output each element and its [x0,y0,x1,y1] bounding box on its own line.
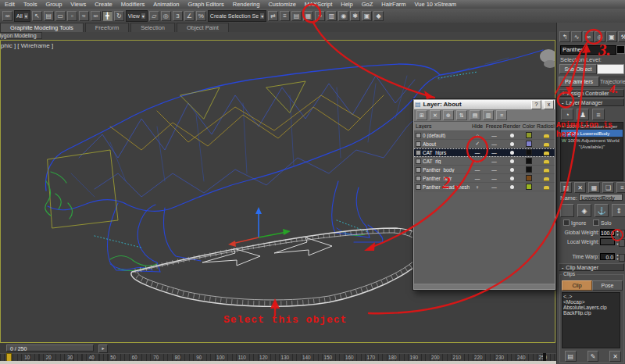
clip-button[interactable]: Clip [562,280,592,291]
color-swatch[interactable] [521,158,538,165]
layer-name-field[interactable]: LoweredBody [579,194,623,201]
menu-item[interactable]: MAXScript [305,1,332,8]
pose-button[interactable]: Pose [592,280,623,291]
anchor-button[interactable]: ⚓ [595,204,609,217]
render-toggle[interactable] [503,176,521,181]
time-slider-handle[interactable]: 0 / 250 [6,344,94,352]
selection-filter-combo[interactable]: All▾ [14,10,30,22]
radiosity-icon[interactable] [537,176,555,181]
collapse-icon[interactable]: ≡ [496,110,507,120]
select-and-link-icon[interactable]: ∞▾ [2,11,12,21]
layer-list-icon[interactable]: ≡ [592,109,605,120]
modify-tab-icon[interactable]: ∿ [571,31,582,42]
rollout-assign-controller[interactable]: +Assign Controller [559,89,624,97]
color-swatch[interactable] [521,184,538,191]
layer-manager-icon[interactable]: ▤▾ [291,11,302,21]
menu-item[interactable]: Edit [5,1,15,8]
display-tab-icon[interactable]: ▣ [606,31,617,42]
menu-item[interactable]: Tools [23,1,38,8]
color-swatch[interactable] [521,149,538,156]
radiosity-icon[interactable] [537,184,555,190]
menu-item[interactable]: Views [70,1,86,8]
absolute-layer-icon[interactable]: ♟ [577,109,589,120]
keyframe-button[interactable]: ◈ [577,204,591,217]
menu-item[interactable]: Animation [153,1,179,8]
table-row[interactable]: CAT_hlprs — — [413,148,555,157]
rendered-frame-icon[interactable]: ▣▾ [362,11,372,21]
menu-item[interactable]: Group [45,1,62,8]
col-hide[interactable]: Hide [470,123,485,129]
table-row[interactable]: Panther_head_mesh ♀ — [413,183,555,191]
hide-freeze-icon[interactable]: ▥ [483,110,494,120]
subobject-button[interactable]: Sub-Object [559,64,597,74]
table-row[interactable]: 0 (default) ○ — [413,131,555,140]
hide-toggle[interactable]: — [470,159,485,164]
list-item[interactable]: L 100% LoweredBody [561,130,623,137]
move-updown-button[interactable]: ⇕ [612,204,625,217]
freeze-toggle[interactable]: — [485,150,503,155]
hierarchy-tab-icon[interactable]: ∞ [583,31,594,42]
render-toggle[interactable] [503,141,521,147]
col-color[interactable]: Color [520,123,537,129]
delete-layer-icon[interactable]: ✕ [574,182,586,193]
hide-toggle[interactable]: ♀ [470,184,485,190]
layer-dialog-titlebar[interactable]: ▤ Layer: About ? x [413,99,555,109]
help-button[interactable]: ? [531,100,541,109]
clip-list[interactable]: <..><Mocap>AbsoluteLayers.clpBackFlip.cl… [562,292,620,348]
motion-tab-icon[interactable]: ◎ [595,31,605,42]
add-selection-to-layer-icon[interactable]: ⊕ [443,110,454,120]
menu-item[interactable]: Graph Editors [188,1,224,8]
copy-layer-icon[interactable]: ▦ [588,182,600,193]
hide-toggle[interactable]: ✓ [470,141,485,147]
delete-layer-icon[interactable]: ✕ [430,110,441,120]
col-radiosity[interactable]: Radiosity [537,123,555,129]
tab-trajectories[interactable]: Trajectories [599,77,625,87]
select-and-scale-icon[interactable]: ▱▾ [149,11,159,21]
select-layer-objects-icon[interactable]: ⇅ [456,110,467,120]
col-render[interactable]: Render [503,123,521,129]
clip-list-item[interactable]: BackFlip.clp [563,310,619,316]
render-production-icon[interactable]: ◆▾ [373,11,384,21]
subobject-level-box[interactable] [597,64,624,74]
next-frame-button[interactable]: ▸ [98,344,108,353]
radiosity-icon[interactable] [537,133,555,138]
ribbon-tab[interactable]: Graphite Modeling Tools [0,23,84,32]
list-item[interactable]: × 100% CATMotion Layer [561,123,623,130]
delete-clip-icon[interactable]: ✕ [609,351,621,362]
freeze-toggle[interactable]: — [485,167,503,173]
weight-button[interactable] [619,239,625,247]
select-object-icon[interactable]: ↖▾ [32,11,42,21]
render-toggle[interactable] [503,159,521,164]
snap-magnet-icon[interactable]: ≈▾ [79,11,89,21]
menu-item[interactable]: HairFarm [381,1,405,8]
menu-item[interactable]: Help [341,1,352,8]
freeze-toggle[interactable]: — [485,159,503,164]
table-row[interactable]: Panther_hair — — [413,174,555,183]
radiosity-icon[interactable] [537,159,555,164]
use-pivot-center-icon[interactable]: ◎▾ [161,11,171,21]
reference-coordinate-combo[interactable]: View▾ [126,10,148,22]
select-by-name-icon[interactable]: ▤▾ [44,11,54,21]
freeze-toggle[interactable]: — [485,141,503,147]
object-color-swatch[interactable] [616,45,625,54]
layer-dialog[interactable]: ▤ Layer: About ? x ⊞✕⊕⇅▤▥≡ Layers Hide F… [412,98,556,291]
col-layers[interactable]: Layers [413,123,470,129]
material-editor-icon[interactable]: ◉▾ [338,11,348,21]
catmotion-layer-icon[interactable]: ◔ [561,109,573,120]
render-toggle[interactable] [503,150,521,155]
blank-button[interactable] [560,204,574,217]
menu-item[interactable]: Rendering [233,1,260,8]
color-swatch[interactable] [521,175,538,182]
rectangular-region-icon[interactable]: ▭▾ [55,11,66,21]
paste-layer-icon[interactable]: ❏ [602,182,614,193]
render-toggle[interactable] [503,167,521,173]
rollout-layer-manager[interactable]: -Layer Manager [559,98,624,106]
color-swatch[interactable] [521,141,538,148]
clip-list-item[interactable]: <Mocap> [563,299,619,305]
table-row[interactable]: About ✓ — [413,140,555,148]
ribbon-tab[interactable]: Object Paint [177,23,229,32]
hide-toggle[interactable]: — [470,167,485,173]
mirror-icon[interactable]: ⇄▾ [268,11,278,21]
layer-properties-icon[interactable]: ≡ [616,182,625,193]
solo-checkbox[interactable]: Solo [593,219,612,226]
